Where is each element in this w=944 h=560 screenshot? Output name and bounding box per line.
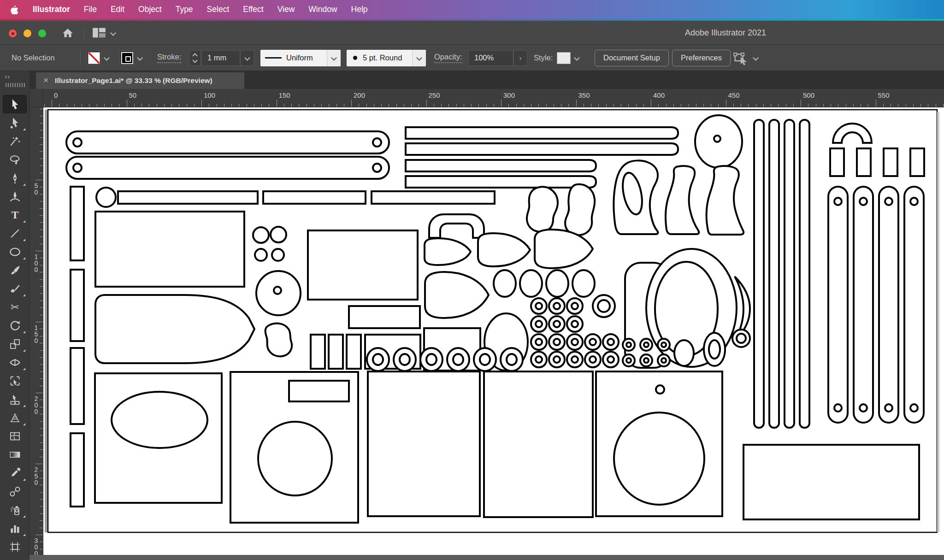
menu-item-object[interactable]: Object — [131, 0, 169, 19]
rotate-tool[interactable] — [3, 316, 27, 335]
perspective-grid-tool-icon — [9, 412, 21, 424]
ruler-tick — [157, 104, 157, 107]
menu-item-select[interactable]: Select — [200, 0, 236, 19]
flyout-indicator — [23, 331, 25, 333]
pen-tool[interactable] — [3, 169, 27, 187]
column-graph-tool[interactable] — [3, 519, 27, 537]
lasso-tool[interactable] — [3, 150, 27, 169]
home-button[interactable] — [60, 26, 76, 41]
fill-dropdown-button[interactable] — [104, 45, 109, 71]
menu-item-view[interactable]: View — [271, 0, 302, 19]
ruler-tick — [40, 542, 43, 542]
width-profile-dropdown[interactable]: Uniform — [260, 45, 341, 71]
selection-tool[interactable] — [3, 95, 27, 113]
stroke-label[interactable]: Stroke: — [157, 53, 181, 63]
fill-color-well[interactable] — [86, 45, 101, 71]
opacity-label[interactable]: Opacity: — [434, 53, 462, 63]
ruler-tick — [936, 104, 936, 107]
ruler-tick — [40, 485, 43, 485]
ruler-tick — [40, 371, 43, 372]
stroke-weight-stepper[interactable] — [189, 45, 201, 71]
stroke-dropdown-button[interactable] — [137, 45, 142, 71]
vertical-ruler[interactable]: 50100150200250300 — [30, 107, 43, 560]
shaper-tool[interactable] — [3, 279, 27, 298]
style-swatch[interactable] — [557, 45, 571, 71]
stroke-weight-dropdown-button[interactable] — [240, 45, 254, 71]
symbol-sprayer-tool[interactable] — [3, 501, 27, 519]
ruler-tick — [40, 528, 43, 528]
ruler-tick — [171, 104, 172, 107]
ruler-tick — [928, 104, 928, 107]
brush-definition-dropdown[interactable]: 5 pt. Round — [347, 45, 426, 71]
opacity-options-button[interactable]: › — [513, 45, 527, 71]
mesh-tool[interactable] — [3, 427, 27, 445]
ruler-tick — [40, 258, 43, 258]
ruler-tick — [434, 104, 434, 107]
opacity-field[interactable]: 100% — [468, 45, 513, 71]
toolbar-grip-icon[interactable] — [6, 83, 25, 87]
scale-tool-icon — [9, 338, 21, 350]
shape-builder-tool-icon — [9, 393, 21, 406]
style-dropdown-button[interactable] — [574, 45, 579, 71]
ruler-tick — [40, 386, 43, 386]
ruler-tick — [636, 104, 637, 107]
menu-item-window[interactable]: Window — [301, 0, 344, 19]
curvature-tool[interactable] — [3, 187, 27, 206]
stroke-color-well[interactable] — [119, 45, 135, 71]
ruler-tick — [247, 104, 247, 107]
menu-item-type[interactable]: Type — [169, 0, 200, 19]
artboard-tool-icon — [9, 541, 21, 553]
svg-text:✂: ✂ — [11, 301, 19, 313]
menu-item-file[interactable]: File — [77, 0, 104, 19]
zoom-window-button[interactable] — [38, 29, 46, 37]
magic-wand-tool[interactable] — [3, 132, 27, 150]
type-tool[interactable]: T — [3, 206, 27, 224]
ellipse-tool[interactable] — [3, 242, 27, 261]
direct-selection-tool[interactable] — [3, 113, 27, 132]
ruler-tick — [194, 104, 195, 107]
ruler-corner[interactable] — [30, 89, 43, 107]
line-segment-tool[interactable] — [3, 224, 27, 242]
ruler-tick — [40, 301, 43, 301]
stroke-weight-field[interactable]: 1 mm — [201, 45, 240, 71]
menu-item-edit[interactable]: Edit — [104, 0, 131, 19]
eyedropper-tool[interactable] — [3, 464, 27, 482]
scissors-tool[interactable]: ✂ — [3, 298, 27, 316]
arrange-documents-button[interactable] — [92, 27, 116, 39]
menu-item-illustrator[interactable]: Illustrator — [26, 0, 77, 19]
h-ruler-label: 100 — [204, 91, 215, 99]
isolate-dropdown-button[interactable] — [753, 45, 758, 71]
gradient-tool[interactable] — [3, 445, 27, 464]
ruler-tick — [628, 104, 629, 107]
scale-tool[interactable] — [3, 335, 27, 353]
document-setup-button[interactable]: Document Setup — [595, 50, 669, 66]
blend-tool[interactable] — [3, 482, 27, 501]
apple-menu[interactable] — [10, 5, 18, 14]
menu-item-help[interactable]: Help — [344, 0, 375, 19]
ruler-tick — [404, 104, 404, 107]
minimize-window-button[interactable] — [24, 29, 31, 37]
ruler-tick — [748, 104, 749, 107]
preferences-button[interactable]: Preferences — [672, 50, 731, 66]
horizontal-ruler[interactable]: 050100150200250300350400450500550 — [43, 89, 944, 107]
paintbrush-tool[interactable] — [3, 261, 27, 279]
expand-panels-button[interactable]: ›› — [5, 72, 10, 80]
isolate-selected-button[interactable] — [733, 45, 749, 71]
ruler-tick — [40, 457, 43, 457]
perspective-grid-tool[interactable] — [3, 408, 27, 427]
ruler-tick — [40, 279, 43, 280]
menu-item-effect[interactable]: Effect — [236, 0, 270, 19]
width-tool[interactable] — [3, 353, 27, 371]
ruler-tick — [284, 104, 284, 107]
ruler-tick — [217, 104, 217, 107]
document-canvas[interactable] — [43, 107, 944, 560]
ruler-tick — [546, 104, 547, 107]
document-tab[interactable]: × Illustrator_Page1.ai* @ 33.33 % (RGB/P… — [36, 72, 244, 89]
shape-builder-tool[interactable] — [3, 390, 27, 408]
tab-close-button[interactable]: × — [43, 75, 48, 85]
close-window-button[interactable] — [9, 29, 17, 37]
artboard-tool[interactable] — [3, 537, 27, 556]
line-segment-tool-icon — [9, 227, 21, 240]
flyout-indicator — [23, 183, 25, 186]
free-transform-tool[interactable] — [3, 371, 27, 390]
